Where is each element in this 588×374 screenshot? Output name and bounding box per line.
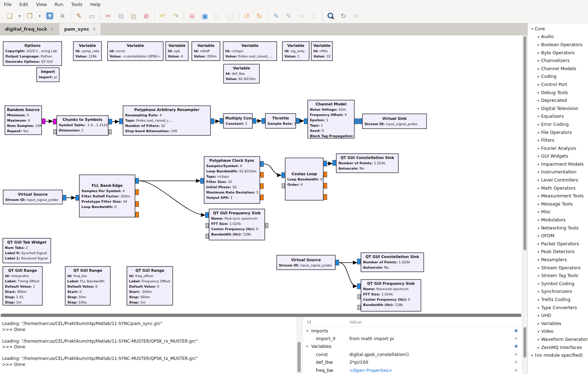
tree-item-message-tools[interactable]: ▸Message Tools [528,200,588,208]
block-virtual_source_2[interactable]: Virtual SourceStream ID: input_signal_pr… [276,255,336,270]
tree-item-peak-detectors[interactable]: ▸Peak Detectors [528,248,588,256]
block-random_source[interactable]: Random SourceMinimum: 0Maximum: 4Num Sam… [5,105,42,135]
tree-item-zeromq-interfaces[interactable]: ▸ZeroMQ Interfaces [528,343,588,351]
block-var_rrctaps[interactable]: VariableId: rrctapsValue: firdes.root_ra… [223,41,277,61]
output-port-orange[interactable] [260,183,264,189]
expand-arrow-icon[interactable]: ▸ [536,59,541,62]
menu-tools[interactable]: Tools [67,0,86,9]
expand-arrow-icon[interactable]: ▸ [536,337,541,341]
block-polyphase_resampler[interactable]: Polyphase Arbitrary ResamplerResampling … [123,105,211,136]
collapse-arrow-icon[interactable]: ▾ [530,27,535,31]
variable-row-def_lbw[interactable]: def_lbw2*pi/100✕ [303,358,522,366]
tree-item-level-controllers[interactable]: ▸Level Controllers [528,176,588,184]
collapse-arrow-icon[interactable]: ▾ [303,329,311,333]
output-port-blue[interactable] [109,119,112,124]
expand-arrow-icon[interactable]: ▸ [536,186,541,190]
block-costas_loop[interactable]: Costas LoopLoop Bandwidth: 0Order: 4 [285,158,324,201]
output-port-orange[interactable] [260,172,264,178]
menu-file[interactable]: File [0,0,16,9]
console-scrollbar[interactable] [296,317,302,374]
generate-flowgraph-button[interactable]: ✎ [74,11,84,21]
menu-view[interactable]: View [32,0,51,9]
tree-item-debug-tools[interactable]: ▸Debug Tools [528,88,588,97]
input-port-blue[interactable] [357,259,361,264]
tree-item-no-module-specified[interactable]: ▸(no module specified) [528,351,588,359]
block-virtual_sink[interactable]: Virtual SinkStream ID: input_signal_prob… [362,114,427,129]
expand-arrow-icon[interactable]: ▸ [536,266,541,270]
expand-arrow-icon[interactable]: ▸ [536,306,541,309]
expand-arrow-icon[interactable]: ▸ [536,298,541,301]
undo-button[interactable]: ↶ [158,11,168,21]
block-channel_model[interactable]: Channel ModelNoise Voltage: 10mFrequency… [307,100,355,139]
expand-arrow-icon[interactable]: ▸ [536,282,541,286]
expand-arrow-icon[interactable]: ▸ [536,114,541,118]
input-port-gray[interactable] [53,129,56,134]
input-port-blue[interactable] [220,118,223,124]
output-port-blue[interactable] [211,118,214,124]
expand-arrow-icon[interactable]: ▸ [536,67,541,70]
expand-arrow-icon[interactable]: ▸ [536,98,541,102]
variable-row-const[interactable]: constdigital.qpsk_constellation()✕ [303,350,522,358]
output-port-blue[interactable] [296,118,300,124]
reload-blocks-button[interactable]: ↻ [338,11,348,21]
expand-arrow-icon[interactable]: ▸ [536,242,541,246]
output-port-orange[interactable] [135,189,139,195]
input-port-gray[interactable] [206,234,209,239]
input-port-blue[interactable] [262,118,265,124]
run-button[interactable]: ▷ [213,11,222,21]
tree-item-control-port[interactable]: ▸Control Port [528,80,588,88]
block-chunks_to_symbols[interactable]: Chunks to SymbolsSymbol Table: -1.4...1.… [56,115,109,136]
new-flowgraph-dropdown[interactable]: ▾ [17,11,22,21]
flowgraph-errors-button[interactable]: ⚠ [309,11,319,21]
output-port-gray[interactable] [265,223,268,228]
output-port-blue[interactable] [336,260,339,265]
add-import-button[interactable]: ✚ [513,328,519,333]
tree-item-synchronizers[interactable]: ▸Synchronizers [528,288,588,296]
tree-item-variables[interactable]: ▸Variables [528,319,588,327]
input-port-gray[interactable] [357,294,361,299]
output-port-blue[interactable] [355,118,358,124]
variable-group-variables[interactable]: ▾Variables✚ [303,343,522,350]
cut-button[interactable]: ✂ [103,11,113,21]
expand-arrow-icon[interactable]: ▸ [536,234,541,238]
block-multiply_const[interactable]: Multiply ConstConstant: 1 [223,113,253,129]
remove-variable-button[interactable]: ✕ [513,360,519,365]
remove-variable-button[interactable]: ✕ [513,368,519,373]
expand-arrow-icon[interactable]: ▸ [536,313,541,317]
expand-arrow-icon[interactable]: ▸ [536,250,541,253]
input-port-blue[interactable] [332,160,336,166]
tree-item-filters[interactable]: ▸Filters [528,136,588,144]
tab-digital_freq_lock[interactable]: digital_freq_lock✕ [0,23,59,35]
expand-arrow-icon[interactable]: ▸ [530,353,535,357]
expand-arrow-icon[interactable]: ▸ [536,226,541,230]
tree-item-stream-tag-tools[interactable]: ▸Stream Tag Tools [528,271,588,280]
add-variable-button[interactable]: ✚ [513,344,519,349]
expand-arrow-icon[interactable]: ▸ [536,35,541,38]
block-qt_constellation_sink[interactable]: QT GUI Constellation SinkNumber of Point… [336,153,399,173]
output-port-orange[interactable] [260,195,264,200]
output-port-blue[interactable] [260,161,264,167]
block-qt_freq_sink_rx[interactable]: QT GUI Frequency SinkName: Received spec… [361,279,421,312]
input-port-gray[interactable] [282,183,285,188]
expand-arrow-icon[interactable]: ▸ [536,345,541,349]
output-port-blue[interactable] [324,161,327,166]
tree-item-core[interactable]: ▾Core [528,25,588,33]
remove-variable-button[interactable]: ✕ [513,336,519,341]
tree-item-waveform-generators[interactable]: ▸Waveform Generators [528,335,588,343]
screen-capture-button[interactable]: ▭ [87,11,97,21]
block-qt_range_interpratio[interactable]: QT GUI RangeId: interpratioLabel: Tming … [2,266,43,306]
delete-button[interactable]: ⊘ [141,11,151,21]
tree-item-channelizers[interactable]: ▸Channelizers [528,56,588,65]
tree-item-stream-operators[interactable]: ▸Stream Operators [528,264,588,272]
execute-flowgraph-button[interactable]: ▣ [200,11,210,21]
tab-close-icon[interactable]: ✕ [50,27,54,32]
output-port-orange[interactable] [324,172,327,177]
expand-arrow-icon[interactable]: ▸ [536,91,541,94]
tab-pam_sync[interactable]: pam_sync✕ [59,23,101,35]
close-flowgraph-button[interactable]: ✕ [57,11,67,21]
block-var_nfilts[interactable]: VariableId: nfiltsValue: 32 [311,41,333,61]
disable-block-button[interactable]: ✎ [284,11,294,21]
save-flowgraph-button[interactable]: ▼ [45,11,55,21]
rotate-ccw-button[interactable]: ↺ [242,11,252,21]
expand-arrow-icon[interactable]: ▸ [536,43,541,47]
